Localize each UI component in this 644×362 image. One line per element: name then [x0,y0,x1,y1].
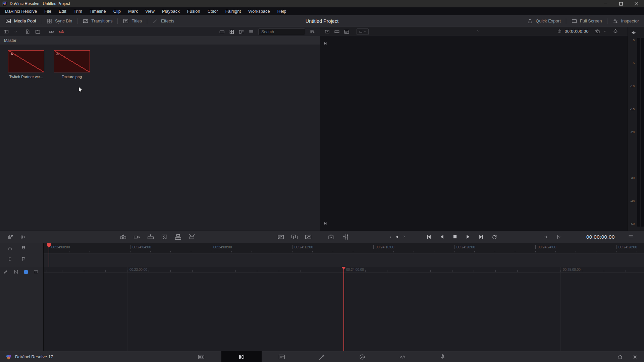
flag-icon[interactable] [21,256,26,262]
relink-icon[interactable] [48,29,54,35]
bin-name: Master [4,38,16,43]
audio-waveform-icon[interactable] [14,269,18,274]
transitions-button[interactable]: Transitions [77,15,117,27]
transition-icon[interactable] [277,233,284,241]
chevron-left-icon[interactable] [388,235,393,239]
ripple-overwrite-icon[interactable] [147,233,154,241]
split-clip-icon[interactable] [20,234,26,240]
menu-item-clip[interactable]: Clip [110,7,124,15]
close-button[interactable] [629,0,644,7]
upper-timeline-ruler[interactable]: 00:24:00:00 00:24:04:00 00:24:08:00 00:2… [44,243,644,267]
view-metadata-icon[interactable] [239,29,244,35]
view-thumbnail-icon[interactable] [229,29,234,35]
filmstrip-icon[interactable] [34,269,38,274]
stop-icon[interactable] [452,234,458,240]
target-icon[interactable] [613,28,618,34]
viewer-mode-dropdown[interactable] [357,28,369,35]
smooth-cut-icon[interactable] [305,233,312,241]
full-screen-button[interactable]: Full Screen [566,15,607,27]
media-clip[interactable]: Texture.png [54,50,90,79]
page-button-color[interactable] [342,351,382,362]
out-point-marker-icon[interactable] [323,221,328,226]
page-button-edit[interactable] [262,351,302,362]
unlink-media-icon[interactable] [59,29,65,35]
record-icon[interactable] [395,235,399,239]
sort-icon[interactable] [310,29,315,35]
menu-item-help[interactable]: Help [274,7,290,15]
menu-item-davinci-resolve[interactable]: DaVinci Resolve [1,7,41,15]
place-on-top-icon[interactable] [174,233,182,241]
dissolve-icon[interactable] [291,233,298,241]
audio-mixer-icon[interactable] [342,233,350,241]
menu-item-fairlight[interactable]: Fairlight [222,7,245,15]
import-folder-icon[interactable] [35,29,41,35]
menu-item-workspace[interactable]: Workspace [245,7,274,15]
in-point-marker-icon[interactable] [323,41,328,46]
smart-insert-icon[interactable] [119,233,127,241]
timeline-track-area[interactable]: 00:23:00:00 00:24:00:00 00:25:00:00 [44,267,644,351]
maximize-button[interactable] [613,0,629,7]
menu-item-edit[interactable]: Edit [55,7,70,15]
menu-item-view[interactable]: View [142,7,158,15]
snapping-icon[interactable] [21,246,26,251]
jump-to-end-icon[interactable] [543,234,549,240]
source-tape-icon[interactable] [334,29,340,35]
media-clip[interactable]: Twitch Partner we... [8,50,44,79]
close-up-icon[interactable] [161,233,168,241]
page-button-cut[interactable] [221,351,262,362]
marker-icon[interactable] [7,256,13,262]
menu-item-file[interactable]: File [41,7,55,15]
home-icon[interactable] [617,354,623,360]
effects-button[interactable]: Effects [147,15,179,27]
append-clip-icon[interactable] [133,233,141,241]
settings-gear-icon[interactable] [632,354,638,360]
page-button-fairlight[interactable] [382,351,423,362]
media-pool-button[interactable]: Media Pool [0,15,41,27]
speaker-icon[interactable] [631,30,637,36]
panel-toggle-icon[interactable] [3,29,9,35]
play-icon[interactable] [465,234,471,240]
minimize-button[interactable] [598,0,613,7]
playhead-handle[interactable] [341,267,346,270]
quick-export-button[interactable]: Quick Export [522,15,566,27]
viewer-canvas[interactable] [320,36,628,231]
track-lock-icon[interactable] [7,246,13,251]
menu-item-fusion[interactable]: Fusion [183,7,204,15]
import-media-icon[interactable] [25,29,31,35]
menu-item-color[interactable]: Color [204,7,222,15]
timeline-view-options-icon[interactable] [7,234,13,240]
page-button-fusion[interactable] [302,351,342,362]
pen-icon[interactable] [3,269,8,274]
previous-clip-icon[interactable] [426,234,432,240]
menu-item-playback[interactable]: Playback [158,7,183,15]
menu-item-trim[interactable]: Trim [70,7,86,15]
titles-button[interactable]: Titles [118,15,147,27]
view-list-icon[interactable] [249,29,254,35]
tools-icon[interactable] [327,233,335,241]
page-button-media[interactable] [181,351,221,362]
zoom-dropdown-chevron-icon[interactable] [476,29,480,33]
timeline-view-icon[interactable] [344,29,350,35]
chevron-down-icon[interactable] [603,29,607,33]
menu-item-mark[interactable]: Mark [124,7,142,15]
next-clip-icon[interactable] [478,234,484,240]
mini-timeline-strip[interactable] [44,253,644,267]
view-filmstrip-icon[interactable] [219,29,225,35]
timeline-options-icon[interactable] [628,234,634,240]
inspector-button[interactable]: Inspector [607,15,644,27]
bin-breadcrumb[interactable]: Master [0,36,320,45]
chevron-right-icon[interactable] [402,235,406,239]
source-overwrite-icon[interactable] [188,233,196,241]
camera-icon[interactable] [594,28,600,34]
sync-bin-button[interactable]: Sync Bin [41,15,77,27]
page-button-deliver[interactable] [423,351,463,362]
track-color-swatch[interactable] [24,270,28,274]
search-input[interactable] [258,28,305,35]
menu-item-timeline[interactable]: Timeline [86,7,110,15]
source-clip-icon[interactable] [324,29,330,35]
resolve-logo-icon[interactable] [5,354,12,360]
chevron-down-icon[interactable] [13,29,18,34]
loop-icon[interactable] [491,234,497,240]
play-reverse-icon[interactable] [439,234,445,240]
jump-to-start-icon[interactable] [556,234,562,240]
